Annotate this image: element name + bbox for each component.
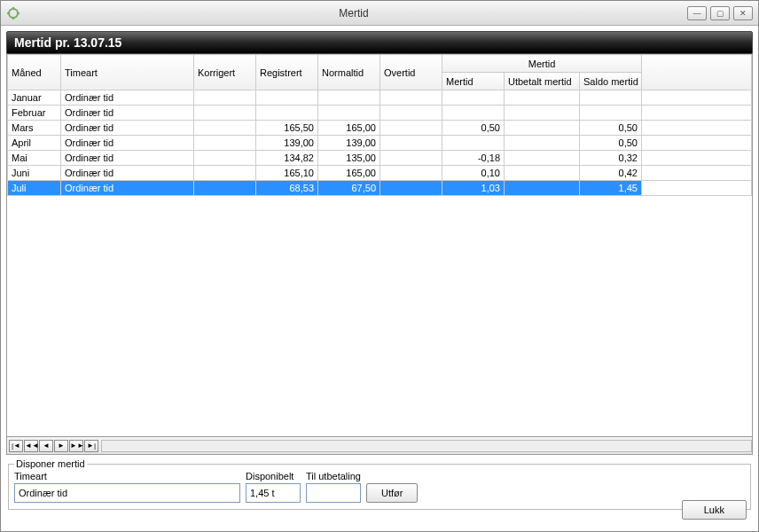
col-mertid-group[interactable]: Mertid	[442, 55, 642, 73]
cell-mertid	[442, 136, 505, 151]
svg-point-0	[9, 9, 18, 18]
cell-normaltid: 135,00	[318, 151, 380, 166]
cell-mertid	[442, 90, 505, 106]
cell-timeart: Ordinær tid	[61, 181, 194, 196]
table-row[interactable]: MarsOrdinær tid165,50165,000,500,50	[8, 121, 752, 136]
nav-next-icon[interactable]: ►	[54, 440, 68, 452]
cell-normaltid: 165,00	[318, 121, 380, 136]
cell-saldo	[580, 90, 642, 106]
nav-prev-icon[interactable]: ◄	[39, 440, 53, 452]
cell-saldo: 0,32	[580, 151, 642, 166]
cell-mertid: 0,50	[442, 121, 505, 136]
col-mertid[interactable]: Mertid	[442, 73, 505, 90]
cell-utbetalt	[505, 151, 580, 166]
cell-blank	[642, 181, 752, 196]
col-normaltid[interactable]: Normaltid	[318, 55, 380, 90]
col-saldo-mertid[interactable]: Saldo mertid	[580, 73, 642, 90]
cell-timeart: Ordinær tid	[61, 151, 194, 166]
cell-overtid	[380, 181, 442, 196]
cell-normaltid: 165,00	[318, 166, 380, 181]
cell-utbetalt	[505, 90, 580, 106]
tilutbetaling-field[interactable]	[306, 483, 361, 503]
cell-korrigert	[194, 121, 256, 136]
cell-korrigert	[194, 151, 256, 166]
cell-overtid	[380, 166, 442, 181]
table-row[interactable]: AprilOrdinær tid139,00139,000,50	[8, 136, 752, 151]
table-row[interactable]: JanuarOrdinær tid	[8, 90, 752, 106]
nav-next-page-icon[interactable]: ►►	[69, 440, 83, 452]
cell-saldo: 1,45	[580, 181, 642, 196]
grid-body: JanuarOrdinær tidFebruarOrdinær tidMarsO…	[8, 90, 752, 196]
close-button[interactable]: ✕	[733, 6, 753, 20]
col-utbetalt-mertid[interactable]: Utbetalt mertid	[505, 73, 580, 90]
app-icon	[6, 6, 20, 20]
svg-rect-4	[17, 12, 20, 14]
timeart-field[interactable]	[14, 483, 240, 503]
col-timeart[interactable]: Timeart	[61, 55, 194, 90]
minimize-button[interactable]: —	[687, 6, 707, 20]
cell-registrert	[256, 90, 318, 106]
cell-utbetalt	[505, 166, 580, 181]
cell-utbetalt	[505, 136, 580, 151]
cell-overtid	[380, 90, 442, 106]
cell-saldo	[580, 106, 642, 121]
disponibelt-field[interactable]	[246, 483, 301, 503]
page-banner: Mertid pr. 13.07.15	[6, 31, 753, 54]
window-title: Mertid	[20, 7, 687, 20]
data-grid: Måned Timeart Korrigert Registrert Norma…	[6, 54, 753, 437]
table-row[interactable]: JuniOrdinær tid165,10165,000,100,42	[8, 166, 752, 181]
cell-mertid: -0,18	[442, 151, 505, 166]
grid-header: Måned Timeart Korrigert Registrert Norma…	[8, 55, 752, 90]
nav-last-icon[interactable]: ►|	[84, 440, 98, 452]
nav-first-icon[interactable]: |◄	[9, 440, 23, 452]
utfor-button[interactable]: Utfør	[366, 483, 418, 503]
col-registrert[interactable]: Registrert	[256, 55, 318, 90]
cell-blank	[642, 136, 752, 151]
timeart-label: Timeart	[14, 471, 240, 481]
cell-overtid	[380, 121, 442, 136]
cell-maned: Februar	[8, 106, 61, 121]
cell-normaltid	[318, 106, 380, 121]
cell-saldo: 0,50	[580, 121, 642, 136]
cell-registrert: 165,50	[256, 121, 318, 136]
cell-overtid	[380, 136, 442, 151]
col-maned[interactable]: Måned	[8, 55, 61, 90]
cell-registrert: 134,82	[256, 151, 318, 166]
cell-blank	[642, 90, 752, 106]
cell-overtid	[380, 151, 442, 166]
maximize-button[interactable]: ▢	[710, 6, 730, 20]
cell-blank	[642, 121, 752, 136]
cell-registrert: 139,00	[256, 136, 318, 151]
cell-overtid	[380, 106, 442, 121]
cell-normaltid	[318, 90, 380, 106]
nav-prev-page-icon[interactable]: ◄◄	[24, 440, 38, 452]
nav-scroll-track[interactable]	[101, 440, 752, 452]
cell-timeart: Ordinær tid	[61, 106, 194, 121]
cell-timeart: Ordinær tid	[61, 166, 194, 181]
cell-timeart: Ordinær tid	[61, 90, 194, 106]
cell-blank	[642, 106, 752, 121]
col-blank	[642, 55, 752, 90]
col-korrigert[interactable]: Korrigert	[194, 55, 256, 90]
cell-blank	[642, 166, 752, 181]
cell-maned: Januar	[8, 90, 61, 106]
tilutbetaling-label: Til utbetaling	[306, 471, 361, 481]
cell-maned: April	[8, 136, 61, 151]
cell-mertid	[442, 106, 505, 121]
cell-korrigert	[194, 90, 256, 106]
cell-utbetalt	[505, 106, 580, 121]
table-row[interactable]: JuliOrdinær tid68,5367,501,031,45	[8, 181, 752, 196]
table-row[interactable]: MaiOrdinær tid134,82135,00-0,180,32	[8, 151, 752, 166]
cell-korrigert	[194, 106, 256, 121]
cell-registrert: 165,10	[256, 166, 318, 181]
col-overtid[interactable]: Overtid	[380, 55, 442, 90]
cell-korrigert	[194, 166, 256, 181]
grid-navigator: |◄ ◄◄ ◄ ► ►► ►|	[6, 437, 753, 455]
cell-mertid: 1,03	[442, 181, 505, 196]
lukk-button[interactable]: Lukk	[682, 500, 747, 520]
cell-registrert	[256, 106, 318, 121]
cell-normaltid: 67,50	[318, 181, 380, 196]
cell-blank	[642, 151, 752, 166]
cell-maned: Juli	[8, 181, 61, 196]
table-row[interactable]: FebruarOrdinær tid	[8, 106, 752, 121]
